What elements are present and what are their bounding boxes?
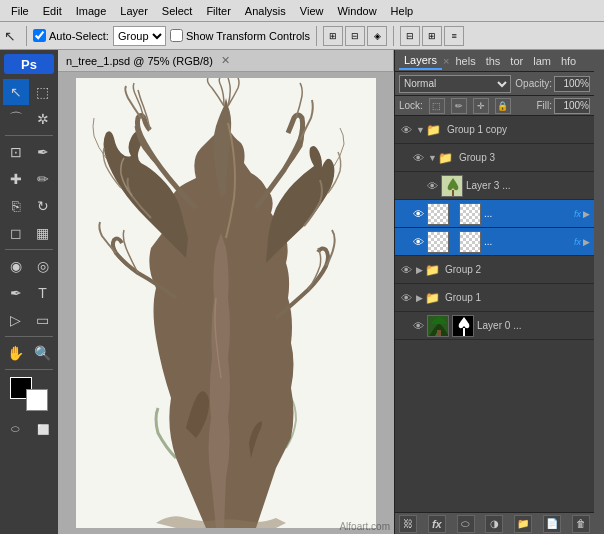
expand-arrow[interactable]: ▼ [428,153,437,163]
hels-tab[interactable]: hels [450,53,480,69]
menu-filter[interactable]: Filter [199,3,237,19]
ps-logo: Ps [4,54,54,74]
shape-tool-btn[interactable]: ▭ [30,307,56,333]
text-tool-btn[interactable]: T [30,280,56,306]
opacity-input[interactable] [554,76,590,92]
quick-select-btn[interactable]: ✲ [30,106,56,132]
tool-row-3: ⊡ ✒ [3,139,56,165]
layers-tabs: Layers × hels ths tor lam hfo [395,50,594,72]
fill-input[interactable] [554,98,590,114]
layers-list: 👁 ▼ 📁 Group 1 copy 👁 ▼ 📁 Group 3 👁 [395,116,594,512]
lock-all-btn[interactable]: 🔒 [495,98,511,114]
canvas-area: n_tree_1.psd @ 75% (RGB/8) ✕ [58,50,394,534]
layer-item[interactable]: 👁 ... fx ▶ [395,200,594,228]
hfo-tab[interactable]: hfo [556,53,581,69]
move-tool-icon: ↖ [4,28,16,44]
lasso-tool-btn[interactable]: ⌒ [3,106,29,132]
hand-tool-btn[interactable]: ✋ [3,340,29,366]
move-tool-btn[interactable]: ↖ [3,79,29,105]
lam-tab[interactable]: lam [528,53,556,69]
fx-badge: fx [574,209,581,219]
eyedropper-btn[interactable]: ✒ [30,139,56,165]
delete-layer-btn[interactable]: 🗑 [572,515,590,533]
layers-tab[interactable]: Layers [399,52,442,70]
transform-icon-2[interactable]: ⊟ [345,26,365,46]
pen-tool-btn[interactable]: ✒ [3,280,29,306]
layer-item[interactable]: 👁 [395,312,594,340]
new-group-btn[interactable]: 📁 [514,515,532,533]
quick-mask-btn[interactable]: ⬭ [3,416,29,442]
ths-tab[interactable]: ths [481,53,506,69]
menu-view[interactable]: View [293,3,331,19]
gradient-tool-btn[interactable]: ▦ [30,220,56,246]
layer-item[interactable]: 👁 ▶ 📁 Group 1 [395,284,594,312]
layers-panel-scrollbar[interactable] [594,50,604,534]
link-layers-btn[interactable]: ⛓ [399,515,417,533]
eye-icon[interactable]: 👁 [423,177,441,195]
tor-tab[interactable]: tor [505,53,528,69]
lock-position-btn[interactable]: ✛ [473,98,489,114]
eye-icon[interactable]: 👁 [409,149,427,167]
zoom-tool-btn[interactable]: 🔍 [30,340,56,366]
expand-arrow[interactable]: ▶ [416,265,423,275]
menu-edit[interactable]: Edit [36,3,69,19]
brush-tool-btn[interactable]: ✏ [30,166,56,192]
align-icon-3[interactable]: ≡ [444,26,464,46]
expand-arrow[interactable]: ▼ [416,125,425,135]
menu-image[interactable]: Image [69,3,114,19]
opacity-control: Opacity: [515,76,590,92]
eye-icon[interactable]: 👁 [397,261,415,279]
layer-item[interactable]: 👁 ▼ 📁 Group 1 copy [395,116,594,144]
eye-icon[interactable]: 👁 [409,205,427,223]
eye-icon[interactable]: 👁 [397,289,415,307]
adjustment-btn[interactable]: ◑ [485,515,503,533]
heal-tool-btn[interactable]: ✚ [3,166,29,192]
align-icon-1[interactable]: ⊟ [400,26,420,46]
auto-select-checkbox[interactable] [33,29,46,42]
menu-select[interactable]: Select [155,3,200,19]
expand-arrow[interactable]: ▶ [416,293,423,303]
canvas-tab[interactable]: n_tree_1.psd @ 75% (RGB/8) ✕ [58,50,394,72]
selection-tool-btn[interactable]: ⬚ [30,79,56,105]
transform-icon-1[interactable]: ⊞ [323,26,343,46]
dodge-tool-btn[interactable]: ◎ [30,253,56,279]
eraser-tool-btn[interactable]: ◻ [3,220,29,246]
clone-tool-btn[interactable]: ⎘ [3,193,29,219]
eye-icon[interactable]: 👁 [409,317,427,335]
eye-icon[interactable]: 👁 [409,233,427,251]
menu-analysis[interactable]: Analysis [238,3,293,19]
layer-thumbnail [441,175,463,197]
transform-icon-3[interactable]: ◈ [367,26,387,46]
canvas-tab-close[interactable]: ✕ [221,54,230,67]
menu-file[interactable]: File [4,3,36,19]
screen-mode-btn[interactable]: ⬜ [30,416,56,442]
crop-tool-btn[interactable]: ⊡ [3,139,29,165]
lock-image-btn[interactable]: ✏ [451,98,467,114]
blend-mode-select[interactable]: Normal [399,75,511,93]
auto-select-type[interactable]: Group [113,26,166,46]
blur-tool-btn[interactable]: ◉ [3,253,29,279]
show-transform-checkbox[interactable] [170,29,183,42]
menu-layer[interactable]: Layer [113,3,155,19]
svg-rect-3 [437,330,441,337]
tool-row-10: ✋ 🔍 [3,340,56,366]
add-mask-btn[interactable]: ⬭ [457,515,475,533]
layer-item[interactable]: 👁 ▶ 📁 Group 2 [395,256,594,284]
align-icon-2[interactable]: ⊞ [422,26,442,46]
menu-window[interactable]: Window [330,3,383,19]
fill-control: Fill: [536,98,590,114]
color-selector[interactable] [10,377,48,411]
menu-help[interactable]: Help [384,3,421,19]
path-selection-btn[interactable]: ▷ [3,307,29,333]
history-brush-btn[interactable]: ↻ [30,193,56,219]
layer-name: Layer 0 ... [474,320,592,331]
layer-item[interactable]: 👁 Layer 3 ... [395,172,594,200]
layer-item[interactable]: 👁 ... fx ▶ [395,228,594,256]
add-fx-btn[interactable]: fx [428,515,446,533]
new-layer-btn[interactable]: 📄 [543,515,561,533]
layer-arrow: ▶ [583,237,590,247]
lock-transparent-btn[interactable]: ⬚ [429,98,445,114]
eye-icon[interactable]: 👁 [397,121,415,139]
menu-bar: File Edit Image Layer Select Filter Anal… [0,0,604,22]
layer-item[interactable]: 👁 ▼ 📁 Group 3 [395,144,594,172]
